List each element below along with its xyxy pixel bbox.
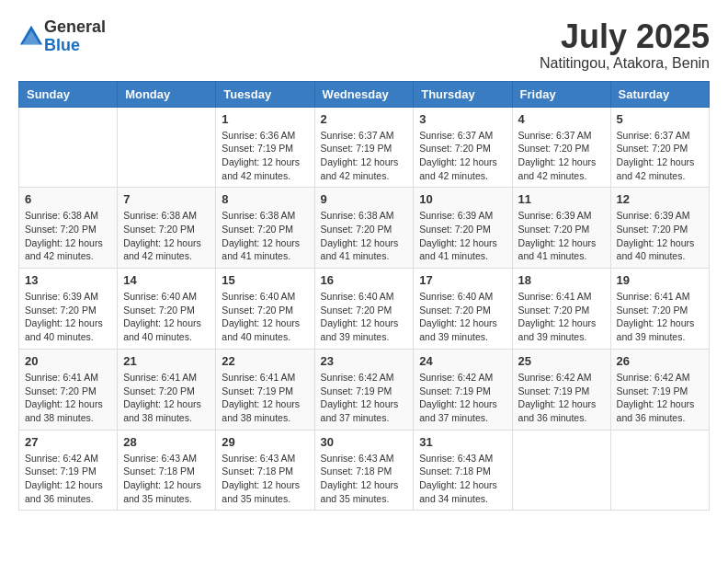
calendar-table: SundayMondayTuesdayWednesdayThursdayFrid…	[18, 81, 710, 511]
day-number: 15	[222, 273, 308, 287]
day-info: Sunrise: 6:40 AM Sunset: 7:20 PM Dayligh…	[419, 290, 506, 344]
calendar-week-row: 13Sunrise: 6:39 AM Sunset: 7:20 PM Dayli…	[19, 269, 710, 350]
day-number: 24	[419, 354, 506, 368]
day-number: 29	[222, 435, 308, 449]
day-info: Sunrise: 6:42 AM Sunset: 7:19 PM Dayligh…	[617, 371, 703, 425]
calendar-day-cell: 26Sunrise: 6:42 AM Sunset: 7:19 PM Dayli…	[610, 349, 709, 430]
day-info: Sunrise: 6:37 AM Sunset: 7:20 PM Dayligh…	[419, 129, 506, 183]
calendar-day-cell: 8Sunrise: 6:38 AM Sunset: 7:20 PM Daylig…	[216, 188, 314, 269]
day-number: 11	[518, 192, 605, 206]
calendar-day-cell: 3Sunrise: 6:37 AM Sunset: 7:20 PM Daylig…	[414, 107, 512, 188]
day-number: 7	[123, 192, 210, 206]
logo-blue: Blue	[44, 37, 106, 55]
day-info: Sunrise: 6:41 AM Sunset: 7:19 PM Dayligh…	[222, 371, 308, 425]
day-info: Sunrise: 6:39 AM Sunset: 7:20 PM Dayligh…	[518, 209, 605, 263]
day-info: Sunrise: 6:38 AM Sunset: 7:20 PM Dayligh…	[321, 209, 408, 263]
calendar-day-cell: 6Sunrise: 6:38 AM Sunset: 7:20 PM Daylig…	[19, 188, 118, 269]
logo-icon	[18, 24, 44, 50]
calendar-day-cell: 21Sunrise: 6:41 AM Sunset: 7:20 PM Dayli…	[118, 349, 216, 430]
calendar-week-row: 27Sunrise: 6:42 AM Sunset: 7:19 PM Dayli…	[19, 430, 710, 511]
calendar-day-cell: 11Sunrise: 6:39 AM Sunset: 7:20 PM Dayli…	[512, 188, 610, 269]
day-number: 5	[617, 112, 703, 126]
calendar-day-cell: 24Sunrise: 6:42 AM Sunset: 7:19 PM Dayli…	[414, 349, 512, 430]
calendar-day-cell: 27Sunrise: 6:42 AM Sunset: 7:19 PM Dayli…	[19, 430, 118, 511]
weekday-header-cell: Saturday	[610, 81, 709, 107]
day-number: 21	[123, 354, 210, 368]
calendar-day-cell: 17Sunrise: 6:40 AM Sunset: 7:20 PM Dayli…	[414, 269, 512, 350]
day-info: Sunrise: 6:43 AM Sunset: 7:18 PM Dayligh…	[123, 452, 210, 506]
day-info: Sunrise: 6:40 AM Sunset: 7:20 PM Dayligh…	[321, 290, 408, 344]
calendar-day-cell: 9Sunrise: 6:38 AM Sunset: 7:20 PM Daylig…	[314, 188, 414, 269]
day-info: Sunrise: 6:39 AM Sunset: 7:20 PM Dayligh…	[419, 209, 506, 263]
day-info: Sunrise: 6:37 AM Sunset: 7:20 PM Dayligh…	[518, 129, 605, 183]
day-info: Sunrise: 6:41 AM Sunset: 7:20 PM Dayligh…	[25, 371, 111, 425]
day-number: 6	[25, 192, 111, 206]
day-number: 19	[617, 273, 703, 287]
calendar-day-cell: 4Sunrise: 6:37 AM Sunset: 7:20 PM Daylig…	[512, 107, 610, 188]
day-number: 9	[321, 192, 408, 206]
day-info: Sunrise: 6:41 AM Sunset: 7:20 PM Dayligh…	[617, 290, 703, 344]
calendar-day-cell: 7Sunrise: 6:38 AM Sunset: 7:20 PM Daylig…	[118, 188, 216, 269]
day-number: 30	[321, 435, 408, 449]
day-info: Sunrise: 6:42 AM Sunset: 7:19 PM Dayligh…	[321, 371, 408, 425]
day-info: Sunrise: 6:38 AM Sunset: 7:20 PM Dayligh…	[25, 209, 111, 263]
day-number: 3	[419, 112, 506, 126]
day-number: 18	[518, 273, 605, 287]
day-number: 27	[25, 435, 111, 449]
calendar-day-cell	[19, 107, 118, 188]
weekday-header-cell: Tuesday	[216, 81, 314, 107]
calendar-day-cell: 25Sunrise: 6:42 AM Sunset: 7:19 PM Dayli…	[512, 349, 610, 430]
page-header: General Blue July 2025 Natitingou, Atako…	[18, 18, 710, 72]
day-number: 23	[321, 354, 408, 368]
calendar-day-cell: 20Sunrise: 6:41 AM Sunset: 7:20 PM Dayli…	[19, 349, 118, 430]
day-info: Sunrise: 6:40 AM Sunset: 7:20 PM Dayligh…	[222, 290, 308, 344]
day-number: 31	[419, 435, 506, 449]
day-number: 2	[321, 112, 408, 126]
day-number: 28	[123, 435, 210, 449]
calendar-day-cell: 30Sunrise: 6:43 AM Sunset: 7:18 PM Dayli…	[314, 430, 414, 511]
day-number: 8	[222, 192, 308, 206]
calendar-day-cell: 28Sunrise: 6:43 AM Sunset: 7:18 PM Dayli…	[118, 430, 216, 511]
calendar-day-cell: 13Sunrise: 6:39 AM Sunset: 7:20 PM Dayli…	[19, 269, 118, 350]
day-info: Sunrise: 6:39 AM Sunset: 7:20 PM Dayligh…	[25, 290, 111, 344]
day-info: Sunrise: 6:43 AM Sunset: 7:18 PM Dayligh…	[419, 452, 506, 506]
calendar-day-cell: 12Sunrise: 6:39 AM Sunset: 7:20 PM Dayli…	[610, 188, 709, 269]
day-info: Sunrise: 6:41 AM Sunset: 7:20 PM Dayligh…	[123, 371, 210, 425]
weekday-header-cell: Friday	[512, 81, 610, 107]
day-info: Sunrise: 6:41 AM Sunset: 7:20 PM Dayligh…	[518, 290, 605, 344]
calendar-day-cell: 29Sunrise: 6:43 AM Sunset: 7:18 PM Dayli…	[216, 430, 314, 511]
title-block: July 2025 Natitingou, Atakora, Benin	[540, 18, 710, 72]
calendar-day-cell	[512, 430, 610, 511]
day-info: Sunrise: 6:38 AM Sunset: 7:20 PM Dayligh…	[222, 209, 308, 263]
calendar-day-cell: 5Sunrise: 6:37 AM Sunset: 7:20 PM Daylig…	[610, 107, 709, 188]
calendar-day-cell: 23Sunrise: 6:42 AM Sunset: 7:19 PM Dayli…	[314, 349, 414, 430]
day-info: Sunrise: 6:37 AM Sunset: 7:19 PM Dayligh…	[321, 129, 408, 183]
day-number: 20	[25, 354, 111, 368]
weekday-header-cell: Monday	[118, 81, 216, 107]
day-number: 10	[419, 192, 506, 206]
calendar-day-cell: 1Sunrise: 6:36 AM Sunset: 7:19 PM Daylig…	[216, 107, 314, 188]
calendar-body: 1Sunrise: 6:36 AM Sunset: 7:19 PM Daylig…	[19, 107, 710, 511]
calendar-day-cell: 14Sunrise: 6:40 AM Sunset: 7:20 PM Dayli…	[118, 269, 216, 350]
day-info: Sunrise: 6:42 AM Sunset: 7:19 PM Dayligh…	[25, 452, 111, 506]
day-info: Sunrise: 6:42 AM Sunset: 7:19 PM Dayligh…	[518, 371, 605, 425]
calendar-day-cell	[610, 430, 709, 511]
calendar-day-cell: 18Sunrise: 6:41 AM Sunset: 7:20 PM Dayli…	[512, 269, 610, 350]
calendar-day-cell: 31Sunrise: 6:43 AM Sunset: 7:18 PM Dayli…	[414, 430, 512, 511]
day-number: 13	[25, 273, 111, 287]
logo: General Blue	[18, 18, 106, 55]
day-info: Sunrise: 6:36 AM Sunset: 7:19 PM Dayligh…	[222, 129, 308, 183]
day-number: 17	[419, 273, 506, 287]
logo-general: General	[44, 18, 106, 37]
weekday-header-row: SundayMondayTuesdayWednesdayThursdayFrid…	[19, 81, 710, 107]
day-info: Sunrise: 6:37 AM Sunset: 7:20 PM Dayligh…	[617, 129, 703, 183]
day-number: 14	[123, 273, 210, 287]
calendar-day-cell: 22Sunrise: 6:41 AM Sunset: 7:19 PM Dayli…	[216, 349, 314, 430]
day-info: Sunrise: 6:43 AM Sunset: 7:18 PM Dayligh…	[222, 452, 308, 506]
month-year-title: July 2025	[540, 18, 710, 55]
day-number: 12	[617, 192, 703, 206]
day-number: 26	[617, 354, 703, 368]
weekday-header-cell: Sunday	[19, 81, 118, 107]
day-info: Sunrise: 6:38 AM Sunset: 7:20 PM Dayligh…	[123, 209, 210, 263]
calendar-week-row: 6Sunrise: 6:38 AM Sunset: 7:20 PM Daylig…	[19, 188, 710, 269]
